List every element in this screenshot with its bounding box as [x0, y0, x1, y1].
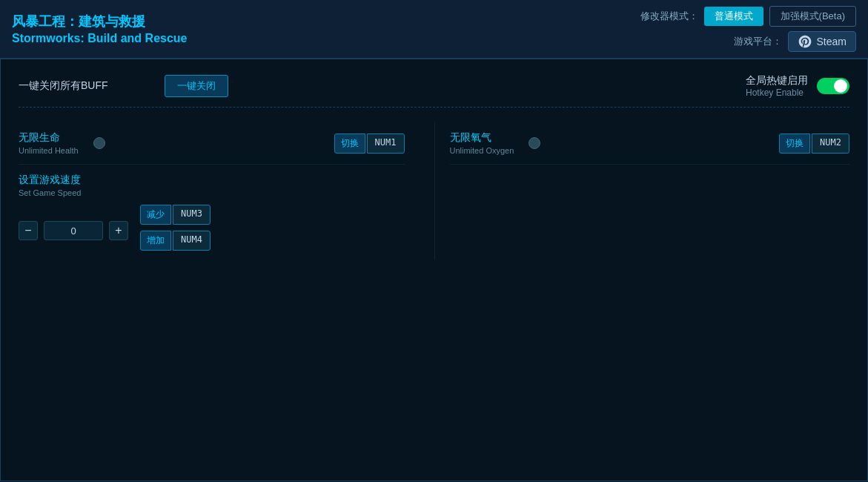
speed-decrease-hotkey[interactable]: 减少 NUM3 — [140, 205, 211, 225]
mode-row: 修改器模式： 普通模式 加强模式(Beta) — [640, 6, 856, 27]
unlimited-health-toggle[interactable] — [93, 137, 105, 149]
top-bar-right: 全局热键启用 Hotkey Enable — [746, 74, 849, 98]
speed-control: − + — [19, 221, 128, 240]
speed-increase-btn[interactable]: + — [109, 221, 128, 240]
left-panel: 无限生命 Unlimited Health 切换 NUM1 设置游戏速度 — [19, 122, 434, 260]
mode-label: 修改器模式： — [640, 10, 698, 23]
unlimited-health-hotkey: 切换 NUM1 — [334, 133, 405, 153]
header-left: 风暴工程：建筑与救援 Stormworks: Build and Rescue — [12, 13, 188, 45]
speed-increase-hotkey[interactable]: 增加 NUM4 — [140, 231, 211, 251]
hotkey-toggle[interactable] — [817, 78, 849, 94]
cheats-grid: 无限生命 Unlimited Health 切换 NUM1 设置游戏速度 — [19, 122, 849, 260]
mode-normal-button[interactable]: 普通模式 — [704, 7, 763, 26]
unlimited-health-hotkey-label[interactable]: 切换 — [334, 133, 365, 153]
speed-decrease-key[interactable]: NUM3 — [173, 205, 211, 225]
unlimited-oxygen-toggle[interactable] — [529, 137, 540, 149]
speed-decrease-label[interactable]: 减少 — [140, 205, 171, 225]
right-panel: 无限氧气 Unlimited Oxygen 切换 NUM2 — [434, 122, 850, 260]
hotkey-enable-en: Hotkey Enable — [746, 88, 808, 98]
hotkey-enable-labels: 全局热键启用 Hotkey Enable — [746, 74, 808, 98]
steam-label: Steam — [817, 36, 847, 47]
unlimited-health-item: 无限生命 Unlimited Health 切换 NUM1 — [19, 122, 405, 165]
unlimited-oxygen-row: 无限氧气 Unlimited Oxygen 切换 NUM2 — [450, 131, 850, 155]
speed-decrease-btn[interactable]: − — [19, 221, 38, 240]
platform-row: 游戏平台： Steam — [734, 31, 856, 52]
unlimited-health-labels: 无限生命 Unlimited Health — [19, 131, 79, 155]
unlimited-oxygen-hotkey: 切换 NUM2 — [779, 133, 849, 153]
game-speed-cn: 设置游戏速度 — [19, 174, 405, 187]
speed-increase-label[interactable]: 增加 — [140, 231, 171, 251]
game-title-en: Stormworks: Build and Rescue — [12, 32, 188, 45]
hotkey-enable-cn: 全局热键启用 — [746, 74, 808, 88]
main-content: 一键关闭所有BUFF 一键关闭 全局热键启用 Hotkey Enable 无限生… — [0, 59, 868, 481]
unlimited-health-hotkey-key[interactable]: NUM1 — [367, 133, 405, 153]
close-all-button[interactable]: 一键关闭 — [165, 75, 228, 97]
game-title-cn: 风暴工程：建筑与救援 — [12, 13, 188, 30]
unlimited-oxygen-item: 无限氧气 Unlimited Oxygen 切换 NUM2 — [450, 122, 850, 165]
game-speed-en: Set Game Speed — [19, 188, 405, 197]
unlimited-oxygen-cn: 无限氧气 — [450, 131, 514, 145]
unlimited-health-row: 无限生命 Unlimited Health 切换 NUM1 — [19, 131, 405, 155]
app-header: 风暴工程：建筑与救援 Stormworks: Build and Rescue … — [0, 0, 868, 59]
close-all-label: 一键关闭所有BUFF — [19, 79, 108, 93]
header-right: 修改器模式： 普通模式 加强模式(Beta) 游戏平台： Steam — [640, 6, 856, 52]
unlimited-oxygen-hotkey-label[interactable]: 切换 — [779, 133, 810, 153]
speed-hotkeys: 减少 NUM3 增加 NUM4 — [140, 205, 211, 251]
speed-input[interactable] — [44, 221, 103, 240]
steam-badge: Steam — [788, 31, 856, 52]
unlimited-health-hotkey-btn[interactable]: 切换 NUM1 — [334, 133, 405, 153]
unlimited-health-en: Unlimited Health — [19, 146, 79, 155]
steam-icon — [798, 34, 812, 49]
top-bar-left: 一键关闭所有BUFF 一键关闭 — [19, 75, 228, 97]
top-bar: 一键关闭所有BUFF 一键关闭 全局热键启用 Hotkey Enable — [19, 74, 849, 108]
unlimited-oxygen-hotkey-btn[interactable]: 切换 NUM2 — [779, 133, 849, 153]
platform-label: 游戏平台： — [734, 35, 782, 48]
unlimited-health-cn: 无限生命 — [19, 131, 79, 145]
speed-increase-key[interactable]: NUM4 — [173, 231, 211, 251]
mode-beta-button[interactable]: 加强模式(Beta) — [769, 6, 856, 27]
unlimited-oxygen-hotkey-key[interactable]: NUM2 — [812, 133, 849, 153]
game-speed-labels: 设置游戏速度 Set Game Speed — [19, 174, 405, 197]
unlimited-oxygen-labels: 无限氧气 Unlimited Oxygen — [450, 131, 514, 155]
unlimited-oxygen-en: Unlimited Oxygen — [450, 146, 514, 155]
game-speed-item: 设置游戏速度 Set Game Speed − + 减少 NUM3 — [19, 165, 405, 260]
